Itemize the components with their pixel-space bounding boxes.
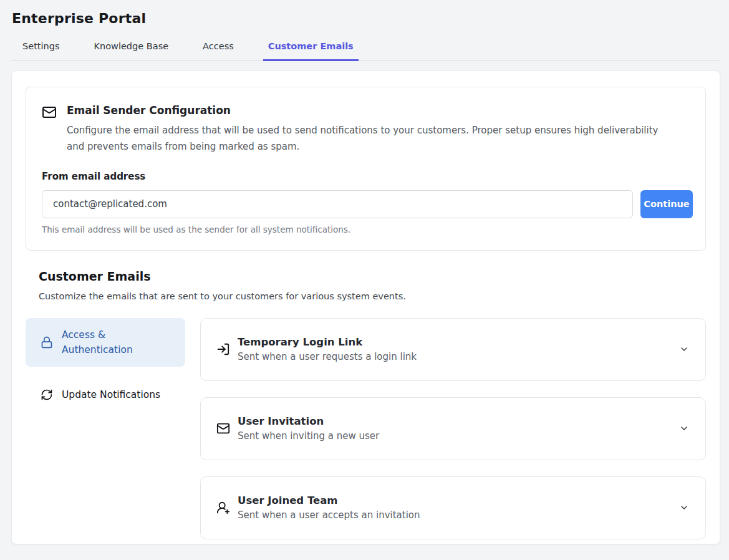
tab-customer-emails[interactable]: Customer Emails [263, 41, 359, 61]
customer-emails-subtitle: Customize the emails that are sent to yo… [39, 291, 706, 301]
tab-knowledge-base[interactable]: Knowledge Base [89, 41, 173, 60]
chevron-down-icon[interactable] [679, 423, 689, 433]
page-title: Enterprise Portal [12, 11, 717, 26]
template-temporary-login-link[interactable]: Temporary Login Link Sent when a user re… [200, 318, 706, 381]
category-label: Update Notifications [62, 389, 160, 400]
from-email-label: From email address [42, 171, 693, 182]
category-access-authentication[interactable]: Access & Authentication [26, 318, 185, 367]
lock-icon [41, 336, 53, 349]
chevron-down-icon[interactable] [679, 344, 689, 354]
chevron-down-icon[interactable] [679, 503, 689, 513]
from-email-input[interactable] [42, 190, 633, 218]
category-label: Access & Authentication [62, 327, 176, 357]
mail-icon [42, 105, 57, 120]
mail-icon [216, 422, 230, 435]
page-header: Enterprise Portal [0, 0, 729, 26]
refresh-icon [41, 389, 53, 401]
template-title: User Joined Team [238, 495, 420, 506]
tab-access[interactable]: Access [198, 41, 239, 60]
config-card-title: Email Sender Configuration [67, 104, 675, 117]
continue-button[interactable]: Continue [640, 190, 693, 218]
email-template-list: Temporary Login Link Sent when a user re… [200, 318, 706, 539]
main-panel: Email Sender Configuration Configure the… [11, 70, 720, 544]
template-description: Sent when inviting a new user [238, 430, 379, 442]
customer-emails-heading: Customer Emails [39, 269, 706, 283]
login-icon [216, 342, 230, 356]
template-title: Temporary Login Link [238, 336, 417, 348]
category-update-notifications[interactable]: Update Notifications [26, 380, 185, 410]
tab-settings[interactable]: Settings [17, 41, 64, 60]
template-user-joined-team[interactable]: User Joined Team Sent when a user accept… [200, 476, 706, 539]
config-card-description: Configure the email address that will be… [67, 122, 675, 155]
template-description: Sent when a user accepts an invitation [238, 509, 420, 521]
template-user-invitation[interactable]: User Invitation Sent when inviting a new… [200, 397, 706, 460]
email-category-list: Access & Authentication Update Notificat… [26, 318, 185, 539]
email-sender-configuration-card: Email Sender Configuration Configure the… [26, 87, 706, 251]
from-email-hint: This email address will be used as the s… [42, 224, 693, 234]
user-plus-icon [216, 501, 230, 514]
tab-bar: Settings Knowledge Base Access Customer … [11, 41, 720, 61]
template-description: Sent when a user requests a login link [238, 351, 417, 362]
template-title: User Invitation [238, 415, 379, 427]
